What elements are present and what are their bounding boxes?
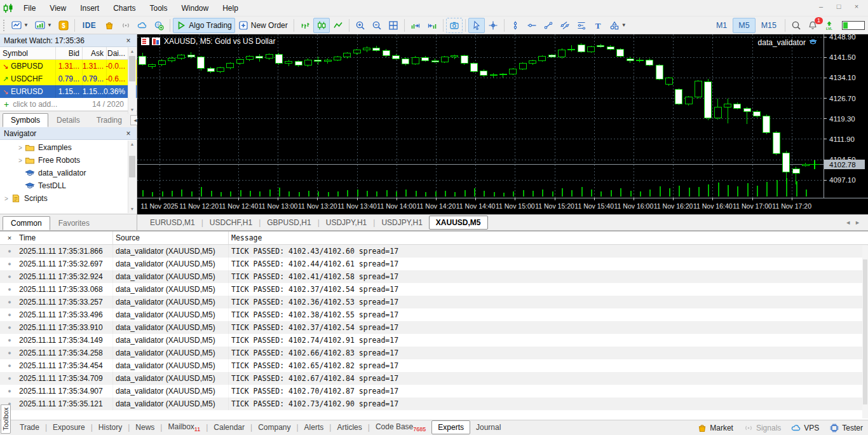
column-header-source[interactable]: Source: [113, 231, 229, 244]
navigator-tab-favorites[interactable]: Favorites: [50, 216, 98, 230]
navigator-item-scripts[interactable]: > Scripts: [0, 192, 137, 205]
horizontal-line-icon[interactable]: [524, 18, 540, 33]
bottom-tab-journal[interactable]: Journal: [470, 421, 506, 434]
close-button[interactable]: ×: [848, 1, 865, 13]
watch-row-gbpusd[interactable]: ↘GBPUSD 1.31... 1.31... -0.0...: [0, 60, 137, 72]
bar-chart-mode-icon[interactable]: [297, 18, 313, 33]
status-signals[interactable]: Signals: [743, 423, 781, 433]
bottom-tab-trade[interactable]: Trade: [14, 421, 45, 434]
log-row[interactable]: ● 2025.11.11 17:35:32.924 data_validator…: [0, 270, 868, 283]
zoom-in-icon[interactable]: [352, 18, 369, 33]
candle-chart-mode-icon[interactable]: [313, 18, 330, 33]
menu-charts[interactable]: Charts: [106, 1, 142, 15]
bottom-tab-mailbox[interactable]: Mailbox11: [162, 420, 206, 434]
navigator-tab-common[interactable]: Common: [3, 216, 50, 230]
market-watch-tab-details[interactable]: Details: [48, 113, 88, 127]
signals-icon[interactable]: [118, 18, 134, 33]
log-row[interactable]: ● 2025.11.11 17:35:33.068 data_validator…: [0, 283, 868, 296]
market-watch-add-row[interactable]: + click to add... 14 / 2020: [0, 98, 137, 111]
toolbox-side-tab[interactable]: Toolbox: [1, 404, 11, 434]
tf-m15-button[interactable]: M15: [756, 18, 782, 33]
bottom-tab-experts[interactable]: Experts: [431, 420, 470, 434]
chart-tab-eurusd-m1[interactable]: EURUSD,M1: [144, 216, 201, 229]
chart-tab-usdjpy-h1[interactable]: USDJPY,H1: [320, 216, 373, 229]
log-row[interactable]: ● 2025.11.11 17:35:34.709 data_validator…: [0, 372, 868, 385]
log-row[interactable]: ● 2025.11.11 17:35:34.258 data_validator…: [0, 347, 868, 359]
chart-tab-scroll-left-icon[interactable]: ◄: [845, 219, 855, 226]
tile-windows-icon[interactable]: [385, 18, 402, 33]
market-icon[interactable]: [101, 18, 118, 33]
connection-icon[interactable]: [837, 18, 868, 33]
navigator-scrollbar[interactable]: ▲▼: [128, 141, 136, 213]
market-watch-tab-symbols[interactable]: Symbols: [3, 113, 48, 127]
minimize-button[interactable]: –: [812, 1, 830, 13]
restore-button[interactable]: □: [830, 1, 848, 13]
shapes-icon[interactable]: ▼: [606, 18, 630, 33]
expand-arrow-icon[interactable]: >: [3, 195, 10, 202]
chart-tab-gbpusd-h1[interactable]: GBPUSD,H1: [261, 216, 317, 229]
log-row[interactable]: ● 2025.11.11 17:35:34.454 data_validator…: [0, 359, 868, 372]
column-header-time[interactable]: Time: [17, 231, 113, 244]
algo-trading-button[interactable]: Algo Trading: [173, 18, 234, 33]
watch-row-usdchf[interactable]: ↗USDCHF 0.79... 0.79... -0.6...: [0, 72, 137, 85]
navigator-item-examples[interactable]: > Examples: [0, 141, 137, 154]
menu-file[interactable]: File: [17, 1, 43, 15]
new-order-button[interactable]: New Order: [235, 18, 291, 33]
tf-m1-button[interactable]: M1: [710, 18, 733, 33]
bottom-tab-code-base[interactable]: Code Base7685: [370, 420, 431, 434]
market-watch-close-icon[interactable]: ×: [124, 36, 133, 45]
log-row[interactable]: ● 2025.11.11 17:35:31.866 data_validator…: [0, 245, 868, 258]
screenshot-icon[interactable]: [446, 18, 463, 33]
navigator-item-data_validator[interactable]: data_validator: [0, 167, 137, 179]
navigator-close-icon[interactable]: ×: [124, 129, 133, 138]
status-tester[interactable]: Tester: [829, 423, 863, 433]
menu-window[interactable]: Window: [175, 1, 216, 15]
column-header-bid[interactable]: Bid: [56, 47, 83, 59]
column-header-dai[interactable]: Dai...: [107, 47, 128, 59]
bottom-tab-company[interactable]: Company: [252, 421, 296, 434]
menu-help[interactable]: Help: [215, 1, 245, 15]
cursor-icon[interactable]: [468, 18, 485, 33]
vertical-line-icon[interactable]: [507, 18, 524, 33]
channel-icon[interactable]: [557, 18, 573, 33]
bottom-tab-history[interactable]: History: [93, 421, 128, 434]
level-icon[interactable]: LVL: [821, 18, 837, 33]
shift-end-icon[interactable]: [407, 18, 424, 33]
search-icon[interactable]: [788, 18, 804, 33]
ide-button[interactable]: IDE: [78, 18, 102, 33]
community-icon[interactable]: [151, 18, 167, 33]
log-row[interactable]: ● 2025.11.11 17:35:33.257 data_validator…: [0, 296, 868, 308]
line-chart-mode-icon[interactable]: [330, 18, 346, 33]
menu-insert[interactable]: Insert: [73, 1, 106, 15]
crosshair-icon[interactable]: [485, 18, 501, 33]
chart-tab-usdchf-h1[interactable]: USDCHF,H1: [203, 216, 259, 229]
column-header-ask[interactable]: Ask: [83, 47, 107, 59]
chart-tab-xauusd-m5[interactable]: XAUUSD,M5: [429, 216, 488, 230]
chart-tab-usdjpy-h1[interactable]: USDJPY,H1: [375, 216, 428, 229]
toolbox-close-icon[interactable]: ×: [0, 231, 17, 244]
chart-area[interactable]: 4148.904141.504134.104126.704119.304111.…: [137, 34, 868, 214]
shift-start-icon[interactable]: [424, 18, 440, 33]
bottom-tab-exposure[interactable]: Exposure: [47, 421, 91, 434]
bottom-tab-articles[interactable]: Articles: [331, 421, 367, 434]
status-market[interactable]: Market: [697, 423, 733, 433]
indicators-icon[interactable]: ▼: [32, 18, 55, 33]
log-row[interactable]: ● 2025.11.11 17:35:32.697 data_validator…: [0, 258, 868, 270]
zoom-out-icon[interactable]: [369, 18, 385, 33]
navigator-item-testdll[interactable]: TestDLL: [0, 179, 137, 192]
expand-arrow-icon[interactable]: >: [17, 157, 24, 164]
trendline-icon[interactable]: [540, 18, 557, 33]
market-watch-tab-trading[interactable]: Trading: [88, 113, 130, 127]
log-row[interactable]: ● 2025.11.11 17:35:34.149 data_validator…: [0, 334, 868, 347]
column-header-message[interactable]: Message: [229, 231, 868, 244]
log-row[interactable]: ● 2025.11.11 17:35:33.496 data_validator…: [0, 308, 868, 321]
column-header-symbol[interactable]: Symbol: [0, 47, 56, 59]
log-row[interactable]: ● 2025.11.11 17:35:33.910 data_validator…: [0, 321, 868, 334]
status-vps[interactable]: VPS: [791, 423, 819, 433]
toolbox-scrollbar[interactable]: [862, 245, 868, 418]
watch-row-eurusd[interactable]: ↘EURUSD 1.15... 1.15... 0.36%: [0, 85, 137, 98]
expand-arrow-icon[interactable]: >: [17, 144, 24, 151]
tf-m5-button[interactable]: M5: [733, 18, 755, 33]
bottom-tab-news[interactable]: News: [130, 421, 160, 434]
cloud-icon[interactable]: [134, 18, 151, 33]
